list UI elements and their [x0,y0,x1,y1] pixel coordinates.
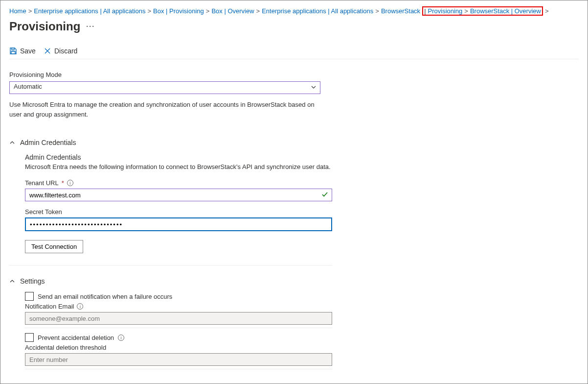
pipe-icon: | [424,7,426,15]
settings-toggle[interactable]: Settings [9,277,332,285]
close-icon [44,47,51,55]
provisioning-mode-helper: Use Microsoft Entra to manage the creati… [9,100,320,119]
discard-button[interactable]: Discard [44,47,77,55]
info-icon[interactable]: i [77,303,83,310]
discard-label: Discard [54,47,77,55]
chevron-up-icon [9,140,15,145]
prevent-deletion-label: Prevent accidental deletion [38,334,114,341]
admin-credentials-desc: Microsoft Entra needs the following info… [25,163,332,170]
prevent-deletion-checkbox[interactable] [25,333,34,342]
checkmark-icon [321,191,328,198]
breadcrumb-item[interactable]: BrowserStack | Overview [470,7,541,15]
breadcrumb-item[interactable]: BrowserStack [381,7,420,15]
admin-credentials-subtitle: Admin Credentials [25,153,332,161]
info-icon[interactable]: i [67,180,73,186]
chevron-right-icon: > [464,7,468,15]
toolbar: Save Discard [9,43,579,59]
deletion-threshold-input[interactable] [25,353,332,366]
page-title: Provisioning ··· [9,20,579,33]
settings-title: Settings [20,277,45,285]
chevron-up-icon [9,278,15,284]
chevron-right-icon: > [147,7,151,15]
chevron-right-icon: > [206,7,210,15]
secret-token-label: Secret Token [25,208,62,216]
save-icon [9,47,17,55]
chevron-right-icon: > [28,7,32,15]
breadcrumb-item[interactable]: Box | Overview [211,7,254,15]
page-title-text: Provisioning [9,20,80,33]
provisioning-mode-select[interactable]: Automatic [9,81,320,94]
admin-credentials-section: Admin Credentials Admin Credentials Micr… [9,133,332,265]
provisioning-mode-label: Provisioning Mode [9,71,332,78]
admin-credentials-title: Admin Credentials [20,139,76,146]
save-label: Save [20,47,36,55]
test-connection-button[interactable]: Test Connection [25,240,83,253]
notification-email-label: Notification Email [25,303,74,310]
secret-token-input[interactable] [25,217,332,231]
chevron-right-icon: > [375,7,379,15]
breadcrumb-item[interactable]: Provisioning [428,7,463,15]
settings-section: Settings Send an email notification when… [9,271,332,381]
breadcrumb-item[interactable]: Enterprise applications | All applicatio… [262,7,373,15]
deletion-threshold-label: Accidental deletion threshold [25,344,106,351]
breadcrumb-item[interactable]: Box | Provisioning [153,7,204,15]
notification-email-input[interactable] [25,312,332,325]
email-notification-label: Send an email notification when a failur… [38,293,172,300]
email-notification-checkbox[interactable] [25,292,34,301]
tenant-url-input[interactable] [25,189,332,201]
info-icon[interactable]: i [118,335,124,341]
breadcrumb-item[interactable]: Home [9,7,26,15]
breadcrumb-highlight: | Provisioning > BrowserStack | Overview [422,6,543,16]
tenant-url-label: Tenant URL [25,179,59,187]
chevron-right-icon: > [545,7,549,15]
required-indicator: * [62,179,64,187]
admin-credentials-toggle[interactable]: Admin Credentials [9,139,332,146]
more-actions-icon[interactable]: ··· [86,23,95,30]
breadcrumb-item[interactable]: Enterprise applications | All applicatio… [34,7,145,15]
breadcrumb: Home> Enterprise applications | All appl… [9,6,579,16]
save-button[interactable]: Save [9,47,36,55]
chevron-right-icon: > [256,7,260,15]
